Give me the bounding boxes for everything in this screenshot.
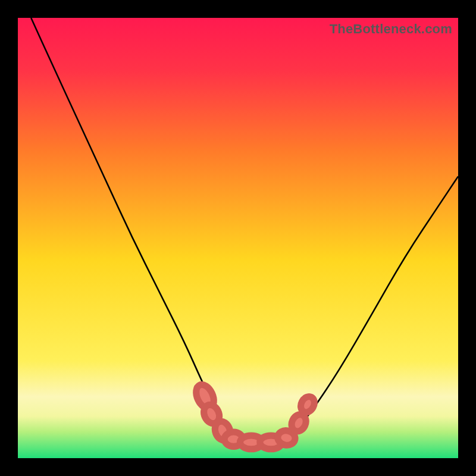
curve-markers bbox=[193, 382, 317, 449]
bottleneck-curve bbox=[18, 18, 458, 458]
plot-area: TheBottleneck.com bbox=[18, 18, 458, 458]
curve-path bbox=[31, 18, 458, 442]
curve-marker bbox=[298, 394, 317, 415]
chart-frame: TheBottleneck.com bbox=[0, 0, 476, 476]
